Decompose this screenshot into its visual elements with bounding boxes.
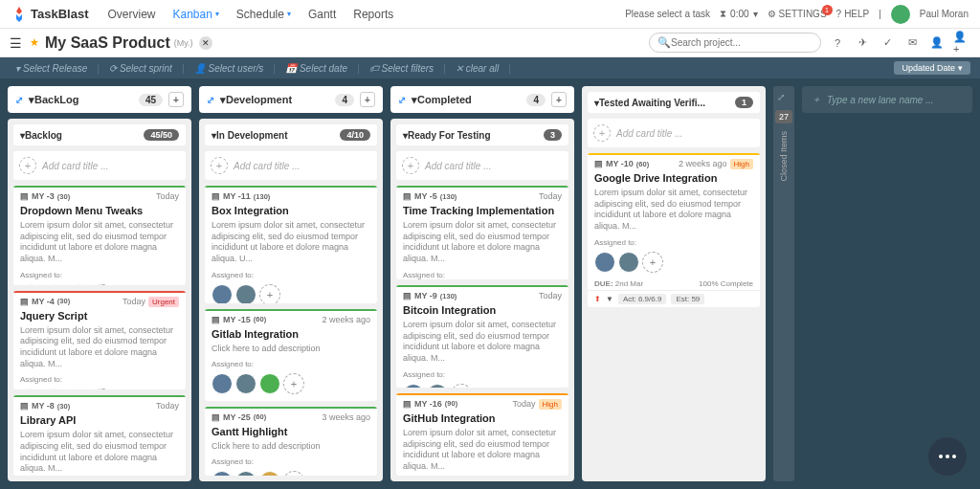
card[interactable]: ▤ MY -9(130)Today Bitcoin Integration Lo…	[396, 285, 568, 388]
avatar[interactable]	[235, 471, 256, 476]
card[interactable]: ▤ MY -11(130) Box Integration Lorem ipsu…	[205, 186, 377, 303]
settings-button[interactable]: ⚙SETTINGS1	[768, 9, 827, 19]
avatar[interactable]	[68, 284, 89, 285]
hourglass-icon: ⧗	[720, 9, 726, 20]
project-tag: (My.)	[174, 38, 193, 48]
add-assignee-button[interactable]: +	[451, 384, 472, 388]
avatar[interactable]	[594, 252, 615, 273]
add-assignee-button[interactable]: +	[92, 389, 113, 389]
user-name[interactable]: Paul Moran	[920, 9, 969, 19]
search-input[interactable]	[671, 37, 813, 48]
sublane-count: 3	[544, 129, 562, 141]
nav-kanban[interactable]: Kanban▾	[172, 8, 218, 21]
nav-reports[interactable]: Reports	[353, 8, 393, 21]
lane-add-button[interactable]: +	[551, 92, 567, 107]
avatar[interactable]	[427, 384, 448, 388]
project-bar: ☰ ★ My SaaS Product (My.) ✕ 🔍 ? ✈ ✓ ✉ 👤 …	[0, 29, 980, 57]
avatar[interactable]	[44, 389, 65, 389]
add-card[interactable]: +Add card title ...	[588, 119, 760, 147]
card[interactable]: ▤ MY -25(60)3 weeks ago Gantt Highlight …	[205, 407, 377, 476]
add-assignee-button[interactable]: +	[283, 373, 304, 394]
nav-overview[interactable]: Overview	[107, 8, 155, 21]
brand-logo[interactable]: TaskBlast	[11, 7, 88, 22]
add-card[interactable]: +Add card title ...	[205, 151, 377, 180]
card[interactable]: ▤ MY -15(60)2 weeks ago Gitlab Integrati…	[205, 309, 377, 401]
priority-pill: High	[539, 399, 562, 410]
avatar[interactable]	[259, 471, 280, 476]
closed-items-column[interactable]: ⤢ 27 Closed Items	[773, 86, 794, 481]
new-lane-input[interactable]: ＋Type a new lane name ...	[802, 86, 972, 113]
send-icon[interactable]: ✈	[854, 34, 871, 52]
card[interactable]: ▤ MY -16(90)TodayHigh GitHub Integration…	[396, 393, 568, 476]
avatar[interactable]	[20, 389, 41, 389]
add-assignee-button[interactable]: +	[283, 471, 304, 476]
card-title: Time Tracking Implementation	[396, 203, 568, 218]
avatar[interactable]	[403, 384, 424, 388]
star-icon[interactable]: ★	[30, 36, 39, 49]
sublane-header[interactable]: ▾ In Development4/10	[205, 124, 377, 145]
expand-icon[interactable]: ⤢	[777, 92, 785, 102]
filter-filters[interactable]: 🏷 Select filters	[364, 63, 439, 74]
lane-header[interactable]: ⤢▾ Development4+	[199, 86, 383, 113]
add-card-label: Add card title ...	[616, 128, 682, 139]
new-lane-area: ＋Type a new lane name ...	[802, 86, 972, 481]
expand-icon[interactable]: ⤢	[15, 95, 23, 105]
avatar[interactable]	[20, 284, 41, 285]
add-user-icon[interactable]: 👤+	[953, 34, 970, 52]
card[interactable]: ▤ MY -5(130)Today Time Tracking Implemen…	[396, 186, 568, 279]
avatar[interactable]	[212, 471, 233, 476]
sublane-header[interactable]: ▾ Tested Awaiting Verifi...1	[588, 92, 760, 113]
avatar[interactable]	[44, 284, 65, 285]
add-assignee-button[interactable]: +	[642, 252, 663, 273]
avatar[interactable]	[618, 252, 639, 273]
chevron-down-icon: ▾	[753, 9, 758, 19]
avatar[interactable]	[68, 389, 89, 389]
lane-add-button[interactable]: +	[168, 92, 184, 107]
mail-icon[interactable]: ✉	[903, 34, 921, 52]
sublane-header[interactable]: ▾ Backlog45/50	[13, 124, 186, 145]
timer[interactable]: ⧗0:00▾	[720, 9, 757, 20]
nav-gantt[interactable]: Gantt	[308, 8, 336, 21]
nav-schedule[interactable]: Schedule▾	[236, 8, 291, 21]
card-title: Bitcoin Integration	[396, 302, 568, 318]
avatar[interactable]	[212, 373, 233, 394]
filter-date[interactable]: 📅 Select date	[279, 63, 353, 74]
help-circle-icon[interactable]: ?	[829, 34, 846, 52]
user-avatar[interactable]	[891, 5, 910, 24]
avatar[interactable]	[235, 373, 256, 394]
sublane-header[interactable]: ▾ Ready For Testing3	[396, 124, 568, 145]
project-search[interactable]: 🔍	[649, 33, 821, 53]
avatar[interactable]	[212, 284, 233, 303]
lane-add-button[interactable]: +	[360, 92, 375, 107]
avatar[interactable]	[235, 284, 256, 303]
filter-users[interactable]: 👤 Select user/s	[189, 63, 270, 74]
card[interactable]: ▤ MY -3(30)Today Dropdown Menu Tweaks Lo…	[13, 186, 186, 285]
card[interactable]: ▤ MY -4(30)TodayUrgent Jquery Script Lor…	[13, 291, 186, 390]
add-assignee-button[interactable]: +	[92, 284, 113, 285]
card[interactable]: ▤ MY -8(30)Today Library API Lorem ipsum…	[13, 395, 186, 476]
check-icon[interactable]: ✓	[879, 34, 896, 52]
settings-badge: 1	[822, 5, 833, 15]
chat-button[interactable]	[928, 437, 967, 476]
filter-sprint[interactable]: ⟳ Select sprint	[103, 63, 178, 74]
user-icon[interactable]: 👤	[928, 34, 946, 52]
search-icon: 🔍	[657, 36, 671, 49]
sort-dropdown[interactable]: Updated Date ▾	[894, 61, 970, 75]
add-card-label: Add card title ...	[425, 161, 491, 171]
expand-icon[interactable]: ⤢	[207, 95, 214, 105]
card[interactable]: ▤ MY -10(60)2 weeks agoHigh Google Drive…	[588, 153, 760, 307]
lane-header[interactable]: ⤢ ▾ BackLog 45 +	[8, 86, 191, 113]
help-button[interactable]: ?HELP	[836, 9, 870, 19]
add-assignee-button[interactable]: +	[259, 284, 280, 303]
select-task-text[interactable]: Please select a task	[625, 9, 710, 19]
menu-icon[interactable]: ☰	[10, 35, 22, 51]
filter-clear[interactable]: ✕ clear all	[450, 63, 504, 74]
add-card[interactable]: +Add card title ...	[396, 151, 568, 180]
close-project-icon[interactable]: ✕	[199, 36, 212, 50]
avatar[interactable]	[259, 373, 280, 394]
expand-icon[interactable]: ⤢	[398, 95, 406, 105]
card-id: ▤ MY -4(30)	[20, 297, 70, 306]
filter-release[interactable]: ▾ Select Release	[10, 63, 93, 74]
add-card[interactable]: +Add card title ...	[13, 151, 186, 180]
lane-header[interactable]: ⤢▾ Completed4+	[390, 86, 574, 113]
